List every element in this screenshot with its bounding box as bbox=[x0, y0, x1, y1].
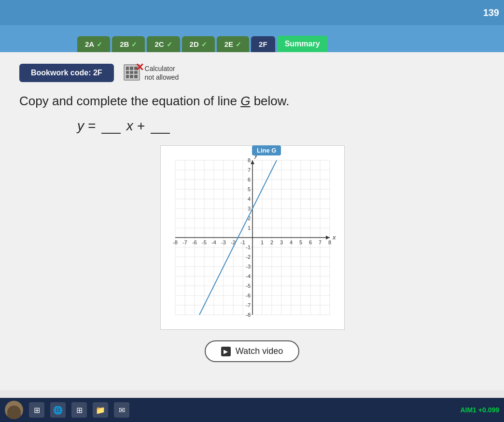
top-number: 139 bbox=[483, 7, 499, 18]
top-bar: 139 bbox=[0, 0, 504, 25]
calculator-text: Calculator not allowed bbox=[145, 64, 179, 82]
graph-canvas bbox=[160, 145, 345, 330]
tab-2B-label: 2B bbox=[120, 40, 129, 48]
tab-2B[interactable]: 2B ✓ bbox=[112, 36, 145, 52]
bookwork-code-badge: Bookwork code: 2F bbox=[19, 64, 114, 82]
tab-2C[interactable]: 2C ✓ bbox=[147, 36, 180, 52]
taskbar-icon-2[interactable]: 🌐 bbox=[50, 402, 66, 418]
tab-summary-label: Summary bbox=[285, 40, 320, 48]
watch-video-container: ▶ Watch video bbox=[19, 340, 485, 362]
tab-2A-label: 2A bbox=[85, 40, 94, 48]
aim-badge: AIM1 +0.099 bbox=[460, 406, 499, 414]
tab-2A-check: ✓ bbox=[97, 41, 102, 48]
tab-2D-label: 2D bbox=[190, 40, 199, 48]
tab-2E-label: 2E bbox=[224, 40, 233, 48]
tab-2C-label: 2C bbox=[154, 40, 164, 48]
taskbar-icon-4[interactable]: 📁 bbox=[93, 402, 108, 418]
taskbar-avatar bbox=[5, 401, 23, 419]
line-g-graph-label: Line G bbox=[252, 145, 281, 155]
line-g-label: G bbox=[240, 94, 250, 108]
tab-2D-check: ✓ bbox=[201, 41, 207, 48]
tab-2B-check: ✓ bbox=[131, 41, 137, 48]
tab-2E-check: ✓ bbox=[236, 41, 241, 48]
calculator-x-icon: ✕ bbox=[135, 62, 144, 73]
play-icon: ▶ bbox=[221, 347, 231, 356]
tab-2F[interactable]: 2F bbox=[251, 36, 275, 52]
taskbar-icon-3[interactable]: ⊞ bbox=[71, 402, 87, 418]
tab-2E[interactable]: 2E ✓ bbox=[217, 36, 249, 52]
calculator-icon: ✕ bbox=[124, 64, 141, 82]
nav-tabs-row: 2A ✓ 2B ✓ 2C ✓ 2D ✓ 2E ✓ 2F Summary bbox=[0, 25, 504, 52]
tab-2C-check: ✓ bbox=[167, 41, 172, 48]
tab-summary[interactable]: Summary bbox=[277, 36, 328, 52]
watch-video-label: Watch video bbox=[236, 346, 283, 356]
equation-blank-1 bbox=[101, 133, 121, 134]
avatar-silhouette bbox=[7, 406, 21, 419]
tab-2A[interactable]: 2A ✓ bbox=[77, 36, 110, 52]
bookwork-bar: Bookwork code: 2F ✕ Calculator not allow… bbox=[19, 64, 485, 82]
taskbar-icon-1[interactable]: ⊞ bbox=[29, 402, 44, 418]
main-content: Bookwork code: 2F ✕ Calculator not allow… bbox=[0, 52, 504, 390]
taskbar-icon-5[interactable]: ✉ bbox=[114, 402, 129, 418]
tab-2D[interactable]: 2D ✓ bbox=[182, 36, 215, 52]
equation: y = x + bbox=[19, 118, 485, 134]
graph-wrapper: Line G bbox=[160, 145, 344, 329]
equation-blank-2 bbox=[151, 133, 170, 134]
question-text: Copy and complete the equation of line G… bbox=[19, 94, 485, 109]
taskbar-right: AIM1 +0.099 bbox=[460, 406, 499, 414]
taskbar: ⊞ 🌐 ⊞ 📁 ✉ AIM1 +0.099 bbox=[0, 398, 504, 422]
watch-video-button[interactable]: ▶ Watch video bbox=[205, 340, 299, 362]
calculator-info: ✕ Calculator not allowed bbox=[124, 64, 179, 82]
graph-container: Line G bbox=[19, 145, 485, 329]
tab-2F-label: 2F bbox=[259, 40, 267, 48]
